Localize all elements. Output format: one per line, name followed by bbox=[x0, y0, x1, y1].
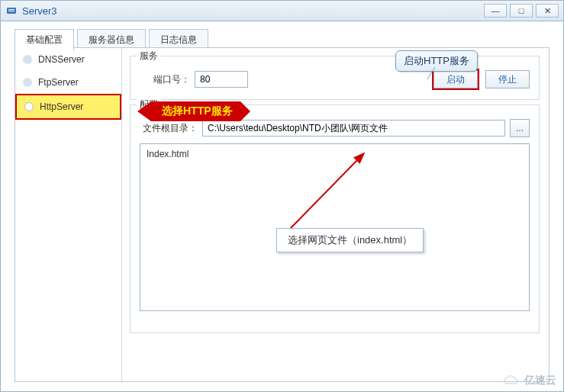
window-title: Server3 bbox=[22, 5, 481, 17]
svg-rect-2 bbox=[8, 11, 15, 11]
annotation-select-http: 选择HTTP服务 bbox=[151, 101, 240, 121]
service-legend: 服务 bbox=[137, 50, 161, 63]
sidebar-item-http[interactable]: HttpServer bbox=[15, 94, 121, 120]
config-fieldset: 配置 文件根目录： ... Index.html bbox=[130, 104, 540, 333]
content-area: 基础配置 服务器信息 日志信息 DNSServer FtpServer Http… bbox=[0, 21, 564, 392]
start-button[interactable]: 启动 bbox=[433, 70, 478, 88]
status-dot-icon bbox=[23, 78, 32, 87]
sidebar-item-dns[interactable]: DNSServer bbox=[15, 48, 121, 71]
root-dir-label: 文件根目录： bbox=[140, 122, 202, 135]
annotation-start-http: 启动HTTP服务 bbox=[395, 50, 478, 72]
close-button[interactable]: ✕ bbox=[536, 4, 559, 18]
browse-button[interactable]: ... bbox=[510, 119, 530, 137]
maximize-button[interactable]: □ bbox=[510, 4, 533, 18]
window-controls: — □ ✕ bbox=[481, 4, 559, 18]
tab-basic-config[interactable]: 基础配置 bbox=[15, 29, 74, 50]
cloud-icon bbox=[503, 374, 521, 387]
svg-rect-1 bbox=[8, 9, 15, 10]
sidebar: DNSServer FtpServer HttpServer bbox=[15, 48, 122, 381]
file-list[interactable]: Index.html bbox=[140, 143, 530, 311]
status-dot-icon bbox=[23, 55, 32, 64]
root-dir-input[interactable] bbox=[202, 120, 505, 137]
sidebar-item-label: FtpServer bbox=[38, 77, 79, 88]
minimize-button[interactable]: — bbox=[484, 4, 507, 18]
sidebar-item-ftp[interactable]: FtpServer bbox=[15, 71, 121, 94]
sidebar-item-label: DNSServer bbox=[38, 54, 85, 65]
list-item[interactable]: Index.html bbox=[147, 149, 523, 159]
app-icon bbox=[5, 5, 18, 17]
port-input[interactable] bbox=[195, 71, 248, 88]
service-fieldset: 服务 端口号： 启动 停止 bbox=[130, 56, 540, 100]
sidebar-item-label: HttpServer bbox=[40, 101, 83, 112]
title-bar: Server3 — □ ✕ bbox=[0, 0, 564, 21]
status-dot-icon bbox=[24, 102, 34, 111]
stop-button[interactable]: 停止 bbox=[485, 70, 530, 88]
tab-panel: DNSServer FtpServer HttpServer 服务 端口号： 启… bbox=[15, 47, 549, 382]
watermark: 亿速云 bbox=[503, 374, 556, 387]
port-label: 端口号： bbox=[140, 73, 195, 86]
annotation-select-file: 选择网页文件（index.html） bbox=[276, 228, 424, 252]
